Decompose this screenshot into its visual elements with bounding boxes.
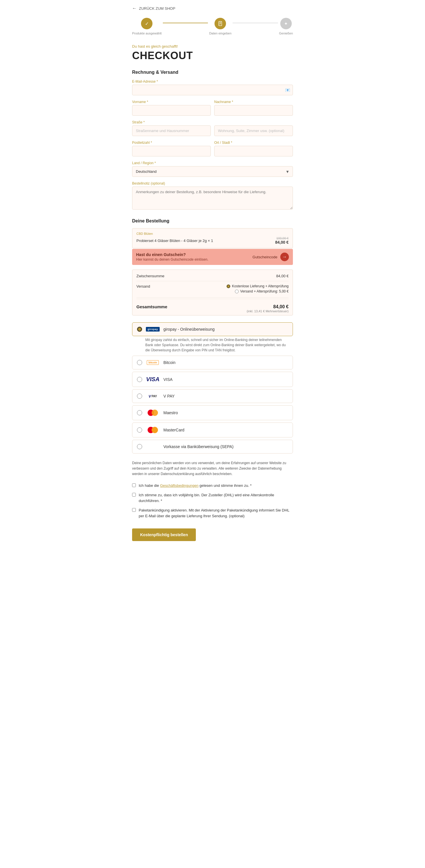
country-group: Land / Region * Deutschland Österreich S… xyxy=(132,161,293,177)
payment-visa[interactable]: VISA VISA xyxy=(132,372,293,387)
subtotal-row: Zwischensumme 84,00 € xyxy=(136,271,289,281)
postcode-input[interactable] xyxy=(132,146,211,156)
terms-checkbox-label[interactable]: Ich habe die Geschäftsbedingungen gelese… xyxy=(132,483,293,489)
submit-button[interactable]: Kostenpflichtig bestellen xyxy=(132,528,196,541)
payment-bitcoin[interactable]: bitcoin Bitcoin xyxy=(132,355,293,369)
step-1-circle: ✓ xyxy=(141,18,152,29)
back-link[interactable]: ← ZURÜCK ZUM SHOP xyxy=(132,6,293,11)
mastercard-name: MasterCard xyxy=(163,428,184,432)
privacy-text: Deine persönlichen Daten werden von uns … xyxy=(132,460,293,477)
age-checkbox[interactable] xyxy=(132,493,136,497)
order-item-name: Probierset 4 Gläser Blüten - 4 Gläser je… xyxy=(136,239,213,243)
shipping-paid-radio[interactable] xyxy=(235,290,239,293)
vpay-logo: V PAY xyxy=(146,394,160,398)
summary-box: Zwischensumme 84,00 € Versand Kostenlose… xyxy=(132,270,293,315)
payment-bitcoin-radio[interactable] xyxy=(137,360,142,365)
total-label: Gesamtsumme xyxy=(136,304,168,309)
terms-checkbox[interactable] xyxy=(132,484,136,487)
total-row: Gesamtsumme 84,00 € (inkl. 13,41 € Mehrw… xyxy=(136,300,289,314)
payment-giropay-radio[interactable] xyxy=(137,327,142,332)
page-subtitle: Du hast es gleich geschafft! xyxy=(132,44,293,49)
notification-checkbox[interactable] xyxy=(132,508,136,512)
shipping-free-label: Kostenlose Lieferung + Altersprüfung xyxy=(232,284,289,288)
lastname-input[interactable] xyxy=(214,105,293,116)
notification-text: Paketankündigung aktivieren. Mit der Akt… xyxy=(139,507,293,519)
city-label: Ort / Stadt * xyxy=(214,141,293,145)
order-item-category: CBD Blüten xyxy=(136,232,289,236)
postcode-label: Postleitzahl * xyxy=(132,141,211,145)
email-input[interactable] xyxy=(132,85,293,95)
payment-maestro-radio[interactable] xyxy=(137,410,142,415)
vpay-name: V PAY xyxy=(163,394,175,398)
payment-sepa-radio[interactable] xyxy=(137,444,142,449)
street-group: Straße * xyxy=(132,120,293,136)
email-group: E-Mail-Adresse * 📧 xyxy=(132,80,293,95)
coupon-input-label: Gutscheincode xyxy=(252,255,277,259)
note-textarea[interactable] xyxy=(132,187,293,210)
country-label: Land / Region * xyxy=(132,161,293,165)
street2-input[interactable] xyxy=(214,125,293,136)
maestro-name: Maestro xyxy=(163,410,178,415)
checkbox-age-group: Ich stimme zu, dass ich volljährig bin. … xyxy=(132,492,293,503)
payment-vpay[interactable]: V PAY V PAY xyxy=(132,389,293,403)
firstname-label: Vorname * xyxy=(132,100,211,104)
giropay-name: giropay - Onlineüberweisung xyxy=(163,327,214,332)
total-price: 84,00 € xyxy=(247,304,289,309)
step-line-2 xyxy=(233,23,278,23)
step-line-1 xyxy=(163,23,208,23)
street-input[interactable] xyxy=(132,125,211,136)
giropay-description: Mit giropay zahlst du einfach, schnell u… xyxy=(145,337,288,353)
total-tax: (inkl. 13,41 € Mehrwertsteuer) xyxy=(247,309,289,313)
billing-section-title: Rechnung & Versand xyxy=(132,70,293,75)
note-label: Bestellnotiz (optional) xyxy=(132,181,293,185)
giropay-logo: giropay xyxy=(146,327,160,332)
lastname-group: Nachname * xyxy=(214,100,293,116)
back-link-label: ZURÜCK ZUM SHOP xyxy=(139,6,175,11)
payment-vpay-radio[interactable] xyxy=(137,394,142,399)
payment-visa-radio[interactable] xyxy=(137,377,142,382)
coupon-subtitle: Hier kannst du deinen Gutscheincode einl… xyxy=(136,257,209,261)
payment-giropay[interactable]: giropay giropay - Onlineüberweisung xyxy=(132,322,293,336)
back-arrow-icon: ← xyxy=(132,6,137,11)
payment-mastercard-radio[interactable] xyxy=(137,427,142,433)
bitcoin-logo: bitcoin xyxy=(146,360,160,365)
shipping-label: Versand xyxy=(136,284,150,288)
mastercard-logo xyxy=(146,427,160,433)
checkbox-notification-group: Paketankündigung aktivieren. Mit der Akt… xyxy=(132,507,293,519)
payment-mastercard[interactable]: MasterCard xyxy=(132,423,293,437)
step-1-label: Produkte ausgewählt xyxy=(132,32,162,35)
city-input[interactable] xyxy=(214,146,293,156)
step-1-wrapper: ✓ Produkte ausgewählt xyxy=(132,18,162,35)
street-label: Straße * xyxy=(132,120,293,124)
terms-text-before: Ich habe die xyxy=(139,484,160,488)
step-3-wrapper: ✦ Genießen xyxy=(279,18,293,35)
subtotal-label: Zwischensumme xyxy=(136,274,164,278)
postcode-group: Postleitzahl * xyxy=(132,141,211,156)
step-2-wrapper: Daten eingeben xyxy=(209,18,232,35)
email-label: E-Mail-Adresse * xyxy=(132,80,293,84)
coupon-submit-button[interactable]: → xyxy=(280,253,289,261)
terms-link[interactable]: Geschäftsbedingungen xyxy=(160,484,199,488)
visa-logo: VISA xyxy=(146,376,160,383)
maestro-logo xyxy=(146,410,160,416)
note-group: Bestellnotiz (optional) xyxy=(132,181,293,210)
order-section: Deine Bestellung CBD Blüten Probierset 4… xyxy=(132,218,293,315)
checkbox-terms-group: Ich habe die Geschäftsbedingungen gelese… xyxy=(132,483,293,489)
shipping-free-radio[interactable] xyxy=(226,284,230,288)
age-checkbox-label[interactable]: Ich stimme zu, dass ich volljährig bin. … xyxy=(132,492,293,503)
order-item-price-current: 84,00 € xyxy=(275,240,289,245)
email-icon: 📧 xyxy=(285,88,290,92)
visa-name: VISA xyxy=(163,377,173,382)
payment-sepa[interactable]: Vorkasse via Banküberweisung (SEPA) xyxy=(132,440,293,454)
order-item-box: CBD Blüten Probierset 4 Gläser Blüten - … xyxy=(132,228,293,248)
shipping-paid-label: Versand + Altersprüfung: 5,00 € xyxy=(240,289,289,293)
notification-checkbox-label[interactable]: Paketankündigung aktivieren. Mit der Akt… xyxy=(132,507,293,519)
order-item-price-original: 100,00 € xyxy=(275,237,289,240)
payment-maestro[interactable]: Maestro xyxy=(132,405,293,420)
step-2-circle xyxy=(214,18,226,29)
firstname-input[interactable] xyxy=(132,105,211,116)
payment-section: giropay giropay - Onlineüberweisung Mit … xyxy=(132,322,293,454)
country-select[interactable]: Deutschland Österreich Schweiz xyxy=(132,166,293,177)
step-3-circle: ✦ xyxy=(280,18,292,29)
step-2-label: Daten eingeben xyxy=(209,32,232,35)
